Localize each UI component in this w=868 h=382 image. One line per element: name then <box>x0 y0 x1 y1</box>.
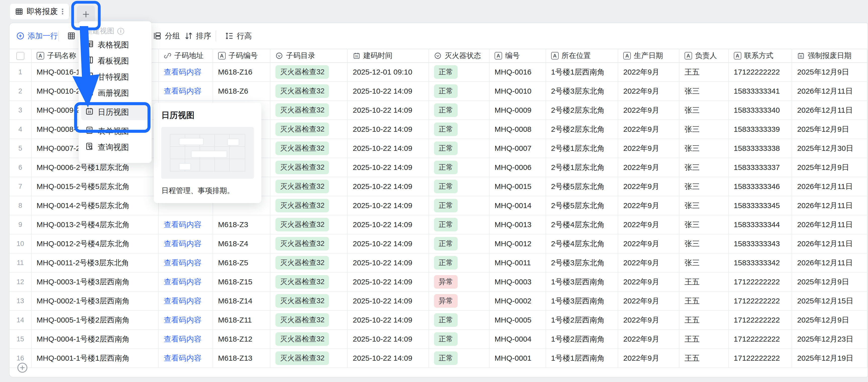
cell-scrap_date[interactable]: 2026年12月11日 <box>792 101 867 120</box>
cell-qr_code[interactable]: M618-Z6 <box>213 81 270 101</box>
menu-item-query-view[interactable]: 查询视图 <box>81 139 149 155</box>
cell-owner[interactable]: 张三 <box>679 215 728 234</box>
cell-prod_date[interactable]: 2022年9月 <box>618 234 679 253</box>
cell-qr_dir[interactable]: 灭火器检查32 <box>270 177 347 196</box>
cell-location[interactable]: 2号楼3层东北角 <box>546 81 618 101</box>
cell-phone[interactable]: 15833333342 <box>728 253 792 272</box>
cell-name[interactable]: MHQ-0013-2号楼4层东北角 <box>31 215 159 234</box>
cell-phone[interactable]: 17122222222 <box>728 310 792 329</box>
cell-scrap_date[interactable]: 2026年12月11日 <box>792 81 867 101</box>
cell-status[interactable]: 正常 <box>429 196 489 215</box>
menu-item-calendar-view[interactable]: 31 日历视图 <box>81 104 149 120</box>
column-header-prod_date[interactable]: A生产日期 <box>618 49 679 63</box>
cell-created[interactable]: 2025-10-22 14:09 <box>347 101 429 120</box>
cell-qr_code[interactable]: M618-Z11 <box>213 310 270 329</box>
qr-content-link[interactable]: 查看码内容 <box>164 220 202 229</box>
cell-qr_dir[interactable]: 灭火器检查32 <box>270 291 347 310</box>
cell-prod_date[interactable]: 2022年9月 <box>618 215 679 234</box>
cell-location[interactable]: 1号楼2层西南角 <box>546 310 618 329</box>
cell-scrap_date[interactable]: 2025年12月9日 <box>792 63 867 81</box>
column-header-number[interactable]: A编号 <box>489 49 546 63</box>
cell-phone[interactable]: 15833333346 <box>728 177 792 196</box>
cell-qr_code[interactable]: M618-Z12 <box>213 329 270 349</box>
cell-owner[interactable]: 王五 <box>679 63 728 81</box>
cell-prod_date[interactable]: 2022年9月 <box>618 139 679 158</box>
cell-owner[interactable]: 王五 <box>679 291 728 310</box>
qr-content-link[interactable]: 查看码内容 <box>164 335 202 343</box>
column-header-qr_code[interactable]: A子码编号 <box>213 49 270 63</box>
cell-number[interactable]: MHQ-0004 <box>489 329 546 349</box>
cell-prod_date[interactable]: 2022年9月 <box>618 272 679 291</box>
cell-created[interactable]: 2025-10-22 14:09 <box>347 120 429 139</box>
cell-prod_date[interactable]: 2022年9月 <box>618 158 679 177</box>
column-header-location[interactable]: A所在位置 <box>546 49 618 63</box>
cell-location[interactable]: 1号楼2层西南角 <box>546 329 618 349</box>
cell-owner[interactable]: 张三 <box>679 120 728 139</box>
cell-status[interactable]: 正常 <box>429 234 489 253</box>
qr-content-link[interactable]: 查看码内容 <box>164 278 202 286</box>
add-record-button[interactable] <box>17 362 28 374</box>
column-header-qr_url[interactable]: 子码地址 <box>159 49 213 63</box>
cell-scrap_date[interactable]: 2025年12月30日 <box>792 139 867 158</box>
cell-number[interactable]: MHQ-0008 <box>489 120 546 139</box>
cell-scrap_date[interactable]: 2026年12月11日 <box>792 215 867 234</box>
cell-location[interactable]: 1号楼1层西南角 <box>546 63 618 81</box>
column-header-scrap_date[interactable]: 31强制报废日期 <box>792 49 867 63</box>
cell-location[interactable]: 2号楼2层东北角 <box>546 120 618 139</box>
cell-qr_dir[interactable]: 灭火器检查32 <box>270 253 347 272</box>
cell-status[interactable]: 异常 <box>429 272 489 291</box>
column-header-qr_dir[interactable]: 子码目录 <box>270 49 347 63</box>
qr-content-link[interactable]: 查看码内容 <box>164 87 202 95</box>
cell-number[interactable]: MHQ-0011 <box>489 253 546 272</box>
cell-number[interactable]: MHQ-0007 <box>489 139 546 158</box>
cell-location[interactable]: 2号楼1层东北角 <box>546 139 618 158</box>
column-header-owner[interactable]: A负责人 <box>679 49 728 63</box>
cell-phone[interactable]: 15833333337 <box>728 158 792 177</box>
cell-scrap_date[interactable]: 2025年12月9日 <box>792 158 867 177</box>
cell-number[interactable]: MHQ-0015 <box>489 177 546 196</box>
cell-phone[interactable]: 15833333341 <box>728 81 792 101</box>
cell-owner[interactable]: 王五 <box>679 310 728 329</box>
cell-owner[interactable]: 张三 <box>679 81 728 101</box>
cell-status[interactable]: 正常 <box>429 177 489 196</box>
cell-qr_url[interactable]: 查看码内容 <box>159 253 213 272</box>
cell-prod_date[interactable]: 2022年9月 <box>618 101 679 120</box>
cell-name[interactable]: MHQ-0012-2号楼4层东北角 <box>31 234 159 253</box>
cell-created[interactable]: 2025-10-22 14:09 <box>347 215 429 234</box>
group-button[interactable]: 分组 <box>153 31 180 41</box>
cell-qr_dir[interactable]: 灭火器检查32 <box>270 81 347 101</box>
cell-scrap_date[interactable]: 2026年12月11日 <box>792 196 867 215</box>
cell-scrap_date[interactable]: 2025年12月15日 <box>792 291 867 310</box>
cell-scrap_date[interactable]: 2025年12月9日 <box>792 120 867 139</box>
menu-item-kanban-view[interactable]: 看板视图 <box>81 53 149 69</box>
qr-content-link[interactable]: 查看码内容 <box>164 68 202 76</box>
cell-qr_code[interactable]: M618-Z14 <box>213 291 270 310</box>
cell-prod_date[interactable]: 2022年9月 <box>618 63 679 81</box>
cell-owner[interactable]: 张三 <box>679 139 728 158</box>
select-all-checkbox[interactable] <box>9 49 31 63</box>
cell-qr_url[interactable]: 查看码内容 <box>159 310 213 329</box>
cell-phone[interactable]: 15833333343 <box>728 234 792 253</box>
cell-status[interactable]: 正常 <box>429 101 489 120</box>
cell-owner[interactable]: 王五 <box>679 329 728 349</box>
cell-owner[interactable]: 张三 <box>679 196 728 215</box>
sort-button[interactable]: 排序 <box>184 31 211 41</box>
row-height-button[interactable]: 行高 <box>225 31 252 41</box>
cell-prod_date[interactable]: 2022年9月 <box>618 253 679 272</box>
cell-number[interactable]: MHQ-0010 <box>489 81 546 101</box>
cell-scrap_date[interactable]: 2026年12月11日 <box>792 253 867 272</box>
cell-qr_code[interactable]: M618-Z5 <box>213 253 270 272</box>
cell-location[interactable]: 2号楼5层东北角 <box>546 177 618 196</box>
cell-qr_dir[interactable]: 灭火器检查32 <box>270 196 347 215</box>
cell-location[interactable]: 2号楼1层东北角 <box>546 158 618 177</box>
cell-created[interactable]: 2025-10-22 14:09 <box>347 139 429 158</box>
cell-name[interactable]: MHQ-0011-2号楼3层东北角 <box>31 253 159 272</box>
menu-item-form-view[interactable]: 表单视图 <box>81 123 149 139</box>
cell-number[interactable]: MHQ-0013 <box>489 215 546 234</box>
cell-name[interactable]: MHQ-0003-1号楼3层西南角 <box>31 272 159 291</box>
cell-name[interactable]: MHQ-0004-1号楼2层西南角 <box>31 329 159 349</box>
cell-phone[interactable]: 17122222222 <box>728 291 792 310</box>
cell-qr_url[interactable]: 查看码内容 <box>159 291 213 310</box>
cell-qr_dir[interactable]: 灭火器检查32 <box>270 272 347 291</box>
add-view-button[interactable] <box>77 5 95 23</box>
